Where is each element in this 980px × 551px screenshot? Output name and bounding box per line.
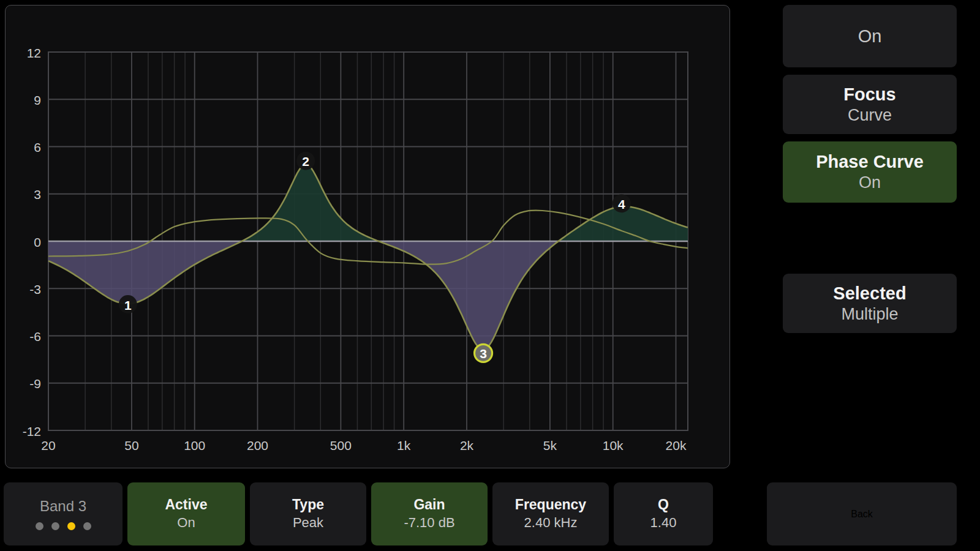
band-marker-number: 3 xyxy=(480,347,487,361)
phase-curve-title: Phase Curve xyxy=(816,151,924,173)
band-active-title: Active xyxy=(165,496,207,514)
band-marker-4[interactable]: 4 xyxy=(612,194,631,212)
y-tick-label: -3 xyxy=(29,282,41,296)
x-tick-label: 10k xyxy=(603,438,624,452)
selected-button[interactable]: Selected Multiple xyxy=(783,274,957,333)
focus-title: Focus xyxy=(843,83,895,105)
eq-graph[interactable]: 1234129630-3-6-9-1220501002005001k2k5k10… xyxy=(6,6,729,467)
y-tick-label: 12 xyxy=(27,46,41,60)
band-gain-value: -7.10 dB xyxy=(404,514,454,532)
eq-graph-panel: 1234129630-3-6-9-1220501002005001k2k5k10… xyxy=(5,5,730,468)
band-select-button[interactable]: Band 3 xyxy=(4,482,123,545)
x-tick-label: 5k xyxy=(543,438,557,452)
back-button[interactable]: Back xyxy=(767,482,957,545)
x-tick-label: 20k xyxy=(666,438,687,452)
y-tick-label: -9 xyxy=(29,377,41,391)
x-tick-label: 100 xyxy=(184,438,205,452)
band-q-value: 1.40 xyxy=(650,514,677,532)
y-tick-label: 6 xyxy=(34,140,41,154)
band-page-dots xyxy=(36,522,91,530)
band-marker-3[interactable]: 3 xyxy=(475,344,492,362)
y-tick-label: -6 xyxy=(29,329,41,343)
band-q-title: Q xyxy=(658,496,669,514)
band-type-value: Peak xyxy=(293,514,323,532)
band-page-dot-active xyxy=(67,522,75,530)
band-marker-number: 4 xyxy=(618,197,625,211)
x-tick-label: 1k xyxy=(397,438,411,452)
selected-value: Multiple xyxy=(841,304,898,325)
y-tick-label: 0 xyxy=(34,235,41,249)
band-gain-button[interactable]: Gain -7.10 dB xyxy=(371,482,488,545)
y-tick-label: 9 xyxy=(34,93,41,107)
band-marker-1[interactable]: 1 xyxy=(119,295,137,313)
phase-curve-value: On xyxy=(859,173,881,193)
band-page-dot xyxy=(36,522,43,530)
phase-curve-button[interactable]: Phase Curve On xyxy=(783,141,957,203)
band-marker-2[interactable]: 2 xyxy=(296,152,315,170)
x-tick-label: 20 xyxy=(41,438,55,452)
band-frequency-title: Frequency xyxy=(515,496,586,514)
band-frequency-value: 2.40 kHz xyxy=(524,514,578,532)
selected-title: Selected xyxy=(833,282,906,304)
eq-on-button[interactable]: On xyxy=(783,5,957,67)
band-frequency-button[interactable]: Frequency 2.40 kHz xyxy=(492,482,609,545)
back-label: Back xyxy=(851,509,873,520)
band-type-button[interactable]: Type Peak xyxy=(250,482,366,545)
y-tick-label: 3 xyxy=(34,187,41,201)
focus-value: Curve xyxy=(848,105,892,126)
focus-button[interactable]: Focus Curve xyxy=(783,75,957,134)
y-tick-label: -12 xyxy=(23,424,41,438)
band-type-title: Type xyxy=(292,496,324,514)
band-marker-number: 1 xyxy=(124,298,132,312)
band-page-dot xyxy=(51,522,59,530)
band-q-button[interactable]: Q 1.40 xyxy=(614,482,713,545)
band-active-value: On xyxy=(177,514,195,532)
band-active-button[interactable]: Active On xyxy=(127,482,245,545)
band-gain-title: Gain xyxy=(413,496,445,514)
eq-on-label: On xyxy=(858,26,882,47)
eq-screen: 1234129630-3-6-9-1220501002005001k2k5k10… xyxy=(0,0,980,551)
band-select-label: Band 3 xyxy=(40,498,86,515)
eq-fill-negative xyxy=(48,165,688,350)
x-tick-label: 500 xyxy=(330,438,352,452)
x-tick-label: 2k xyxy=(460,438,474,452)
x-tick-label: 50 xyxy=(124,438,138,452)
x-tick-label: 200 xyxy=(247,438,268,452)
band-marker-number: 2 xyxy=(302,154,309,168)
band-page-dot xyxy=(83,522,91,530)
